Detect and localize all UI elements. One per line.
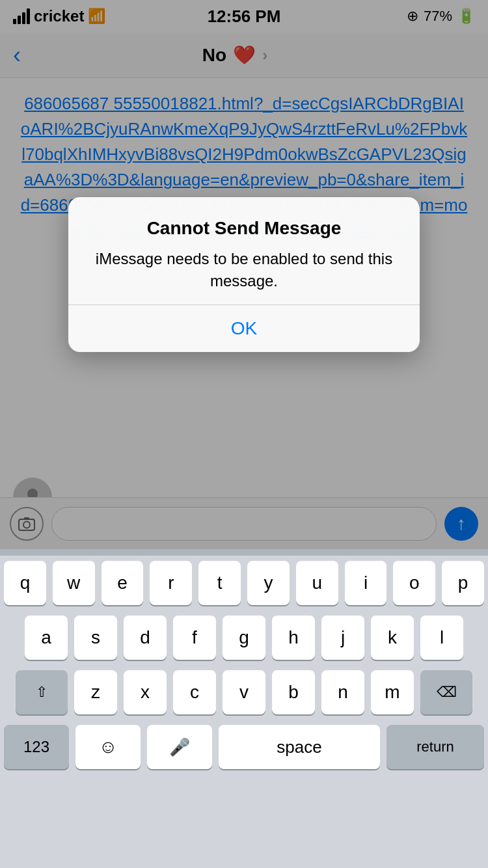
dialog-content: Cannot Send Message iMessage needs to be… (68, 197, 420, 305)
key-u[interactable]: u (296, 561, 338, 605)
keyboard: q w e r t y u i o p a s d f g h j k l ⇧ … (0, 549, 488, 868)
key-w[interactable]: w (53, 561, 95, 605)
key-q[interactable]: q (4, 561, 46, 605)
dialog-message: iMessage needs to be enabled to send thi… (88, 248, 400, 292)
shift-key[interactable]: ⇧ (16, 670, 68, 714)
delete-key[interactable]: ⌫ (420, 670, 472, 714)
key-s[interactable]: s (74, 616, 117, 660)
key-y[interactable]: y (247, 561, 290, 605)
key-g[interactable]: g (223, 616, 265, 660)
mic-key[interactable]: 🎤 (147, 725, 212, 769)
keyboard-row-3: ⇧ z x c v b n m ⌫ (0, 665, 488, 720)
key-l[interactable]: l (420, 616, 463, 660)
key-p[interactable]: p (442, 561, 484, 605)
key-d[interactable]: d (124, 616, 167, 660)
keyboard-bottom-row: 123 ☺ 🎤 space return (0, 720, 488, 782)
key-t[interactable]: t (198, 561, 241, 605)
keyboard-row-2: a s d f g h j k l (0, 610, 488, 665)
key-n[interactable]: n (321, 670, 364, 714)
key-m[interactable]: m (371, 670, 414, 714)
key-c[interactable]: c (173, 670, 216, 714)
key-i[interactable]: i (345, 561, 387, 605)
key-e[interactable]: e (102, 561, 144, 605)
key-z[interactable]: z (74, 670, 117, 714)
key-v[interactable]: v (223, 670, 265, 714)
return-key[interactable]: return (386, 725, 484, 769)
numbers-key[interactable]: 123 (4, 725, 69, 769)
key-f[interactable]: f (173, 616, 216, 660)
key-b[interactable]: b (272, 670, 315, 714)
key-a[interactable]: a (25, 616, 68, 660)
alert-dialog: Cannot Send Message iMessage needs to be… (68, 197, 420, 353)
key-o[interactable]: o (393, 561, 435, 605)
key-r[interactable]: r (150, 561, 192, 605)
dialog-overlay: Cannot Send Message iMessage needs to be… (0, 0, 488, 549)
keyboard-row-1: q w e r t y u i o p (0, 556, 488, 610)
dialog-title: Cannot Send Message (88, 217, 400, 240)
emoji-key[interactable]: ☺ (75, 725, 141, 769)
dialog-actions: OK (68, 305, 420, 352)
key-h[interactable]: h (272, 616, 315, 660)
key-j[interactable]: j (321, 616, 364, 660)
ok-button[interactable]: OK (68, 305, 420, 352)
key-x[interactable]: x (124, 670, 167, 714)
key-k[interactable]: k (371, 616, 414, 660)
space-key[interactable]: space (219, 725, 380, 769)
